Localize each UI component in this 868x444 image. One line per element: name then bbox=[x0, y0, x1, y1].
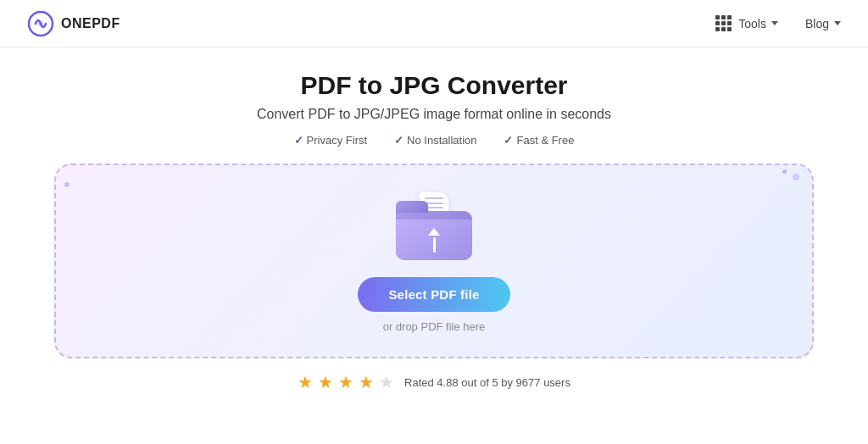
decorative-dot-1 bbox=[793, 174, 799, 180]
folder-illustration bbox=[392, 192, 476, 260]
star-2: ★ bbox=[318, 372, 333, 392]
feature-no-install-label: No Installation bbox=[407, 134, 476, 147]
page-title: PDF to JPG Converter bbox=[27, 71, 841, 100]
tools-menu[interactable]: Tools bbox=[715, 15, 778, 31]
check-icon-fast: ✓ bbox=[504, 134, 513, 147]
drop-hint: or drop PDF file here bbox=[383, 320, 486, 333]
star-1: ★ bbox=[298, 372, 313, 392]
drop-zone[interactable]: Select PDF file or drop PDF file here bbox=[54, 164, 814, 358]
svg-point-1 bbox=[38, 21, 43, 26]
check-icon-privacy: ✓ bbox=[294, 134, 303, 147]
blog-chevron-icon bbox=[834, 21, 841, 25]
decorative-dot-2 bbox=[782, 169, 787, 174]
feature-fast-free-label: Fast & Free bbox=[516, 134, 574, 147]
logo[interactable]: ONEPDF bbox=[27, 10, 120, 37]
tools-label: Tools bbox=[738, 17, 766, 31]
main-content: PDF to JPG Converter Convert PDF to JPG/… bbox=[0, 47, 868, 406]
blog-menu[interactable]: Blog bbox=[805, 17, 841, 31]
navbar: ONEPDF Tools Blog bbox=[0, 0, 868, 47]
star-4: ★ bbox=[359, 372, 374, 392]
logo-icon bbox=[27, 10, 54, 37]
folder-front bbox=[396, 219, 472, 260]
blog-label: Blog bbox=[805, 17, 829, 31]
nav-right: Tools Blog bbox=[715, 15, 841, 31]
grid-icon bbox=[715, 15, 732, 31]
rating-row: ★ ★ ★ ★ ★ Rated 4.88 out of 5 by 9677 us… bbox=[27, 372, 841, 392]
star-5: ★ bbox=[379, 372, 394, 392]
feature-fast-free: ✓ Fast & Free bbox=[504, 134, 574, 147]
features-row: ✓ Privacy First ✓ No Installation ✓ Fast… bbox=[27, 134, 841, 147]
rating-text: Rated 4.88 out of 5 by 9677 users bbox=[404, 376, 570, 389]
feature-privacy-label: Privacy First bbox=[307, 134, 368, 147]
feature-privacy: ✓ Privacy First bbox=[294, 134, 368, 147]
decorative-dot-3 bbox=[64, 182, 70, 187]
tools-chevron-icon bbox=[771, 21, 778, 25]
star-3: ★ bbox=[338, 372, 353, 392]
page-subtitle: Convert PDF to JPG/JPEG image format onl… bbox=[27, 107, 841, 122]
feature-no-install: ✓ No Installation bbox=[394, 134, 476, 147]
upload-arrow-icon bbox=[428, 228, 440, 253]
select-pdf-button[interactable]: Select PDF file bbox=[358, 277, 509, 312]
brand-name: ONEPDF bbox=[61, 16, 120, 31]
check-icon-install: ✓ bbox=[394, 134, 403, 147]
